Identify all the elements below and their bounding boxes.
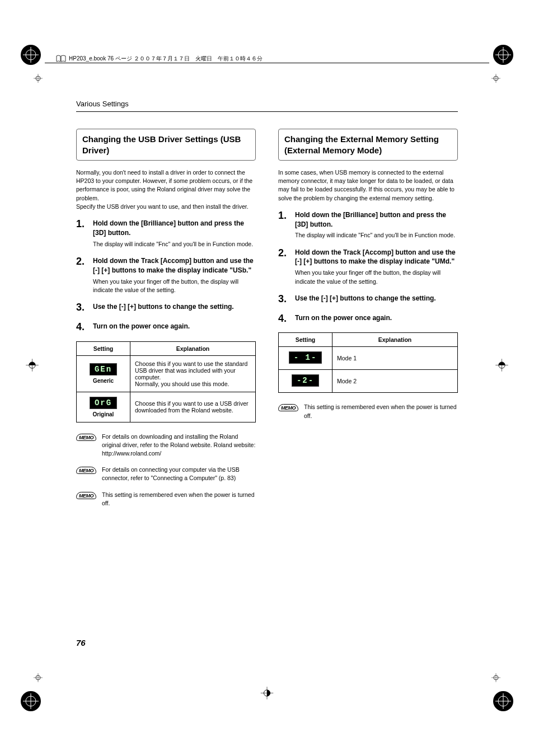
registration-mark-icon [25, 358, 39, 372]
table-cell-explanation: Choose this if you want to use the stand… [130, 355, 256, 392]
left-step: 4. Turn on the power once again. [76, 322, 256, 334]
header-rule [45, 63, 489, 63]
table-row: - 1- Mode 1 [279, 347, 458, 370]
registration-mark-icon [20, 44, 42, 66]
registration-mark-icon [20, 690, 42, 712]
step-number: 4. [76, 322, 88, 334]
left-intro: Normally, you don't need to install a dr… [76, 168, 256, 211]
step-number: 3. [278, 294, 291, 306]
step-number: 1. [76, 219, 88, 248]
table-row: GEn Generic Choose this if you want to u… [77, 355, 256, 392]
step-heading: Hold down the Track [Accomp] button and … [295, 248, 458, 267]
left-step: 1. Hold down the [Brilliance] button and… [76, 219, 256, 248]
section-rule [76, 111, 458, 112]
table-row: -2- Mode 2 [279, 370, 458, 393]
memo-text: This setting is remembered even when the… [304, 403, 458, 420]
step-heading: Use the [-] [+] buttons to change the se… [295, 294, 458, 303]
registration-mark-icon [32, 73, 44, 84]
table-header-setting: Setting [77, 341, 130, 355]
registration-mark-icon [490, 73, 502, 84]
step-number: 4. [278, 313, 291, 325]
display-icon: OrG [90, 397, 117, 409]
display-icon: GEn [90, 363, 117, 375]
step-description: The display will indicate "Fnc" and you'… [295, 231, 458, 240]
table-header-setting: Setting [279, 333, 332, 347]
left-heading: Changing the USB Driver Settings (USB Dr… [76, 129, 256, 161]
table-cell-explanation: Mode 1 [332, 347, 458, 370]
right-step: 4. Turn on the power once again. [278, 313, 458, 325]
registration-mark-icon [495, 358, 509, 372]
table-cell-explanation: Mode 2 [332, 370, 458, 393]
memo-icon: MEMO [278, 404, 298, 411]
header-text: HP203_e.book 76 ページ ２００７年７月１７日 火曜日 午前１０時… [69, 55, 263, 63]
page-number: 76 [76, 638, 86, 647]
step-description: When you take your finger off the button… [295, 269, 458, 285]
table-header-explanation: Explanation [332, 333, 458, 347]
registration-mark-icon [32, 672, 44, 683]
memo-icon: MEMO [76, 467, 96, 474]
step-number: 1. [278, 210, 291, 240]
right-column: Changing the External Memory Setting (Ex… [278, 129, 458, 515]
step-number: 3. [76, 302, 88, 314]
setting-label: Generic [81, 378, 125, 384]
left-step: 2. Hold down the Track [Accomp] button a… [76, 256, 256, 294]
step-heading: Hold down the Track [Accomp] button and … [93, 256, 256, 275]
setting-label: Original [81, 411, 125, 417]
right-settings-table: Setting Explanation - 1- Mode 1 -2- Mode… [278, 332, 458, 393]
step-heading: Turn on the power once again. [295, 313, 458, 323]
registration-mark-icon [492, 690, 514, 712]
registration-mark-icon [490, 672, 502, 683]
memo-icon: MEMO [76, 434, 96, 441]
step-heading: Hold down the [Brilliance] button and pr… [295, 210, 458, 229]
memo-text: This setting is remembered even when the… [102, 491, 256, 508]
right-intro: In some cases, when USB memory is connec… [278, 168, 458, 203]
table-header-explanation: Explanation [130, 341, 256, 355]
section-title: Various Settings [76, 100, 458, 108]
memo-block: MEMO This setting is remembered even whe… [76, 491, 256, 508]
memo-text: For details on downloading and installin… [102, 433, 256, 458]
right-step: 3. Use the [-] [+] buttons to change the… [278, 294, 458, 306]
memo-text: For details on connecting your computer … [102, 466, 256, 482]
display-icon: -2- [292, 374, 319, 387]
memo-block: MEMO For details on downloading and inst… [76, 433, 256, 458]
table-cell-explanation: Choose this if you want to use a USB dri… [130, 392, 256, 422]
step-number: 2. [278, 248, 291, 286]
display-icon: - 1- [289, 351, 322, 364]
step-description: When you take your finger off the button… [93, 278, 256, 294]
step-heading: Use the [-] [+] buttons to change the se… [93, 302, 256, 312]
left-settings-table: Setting Explanation GEn Generic Choose t… [76, 341, 256, 422]
right-step: 1. Hold down the [Brilliance] button and… [278, 210, 458, 240]
table-row: OrG Original Choose this if you want to … [77, 392, 256, 422]
step-heading: Turn on the power once again. [93, 322, 256, 331]
step-heading: Hold down the [Brilliance] button and pr… [93, 219, 256, 238]
left-column: Changing the USB Driver Settings (USB Dr… [76, 129, 256, 515]
right-step: 2. Hold down the Track [Accomp] button a… [278, 248, 458, 286]
memo-block: MEMO This setting is remembered even whe… [278, 403, 458, 420]
book-icon [56, 55, 66, 63]
step-description: The display will indicate "Fnc" and you'… [93, 240, 256, 248]
registration-mark-icon [492, 44, 514, 66]
memo-icon: MEMO [76, 492, 96, 499]
right-heading: Changing the External Memory Setting (Ex… [278, 129, 458, 161]
registration-mark-icon [260, 686, 274, 700]
step-number: 2. [76, 256, 88, 294]
print-header: HP203_e.book 76 ページ ２００７年７月１７日 火曜日 午前１０時… [56, 55, 263, 63]
left-step: 3. Use the [-] [+] buttons to change the… [76, 302, 256, 314]
memo-block: MEMO For details on connecting your comp… [76, 466, 256, 482]
